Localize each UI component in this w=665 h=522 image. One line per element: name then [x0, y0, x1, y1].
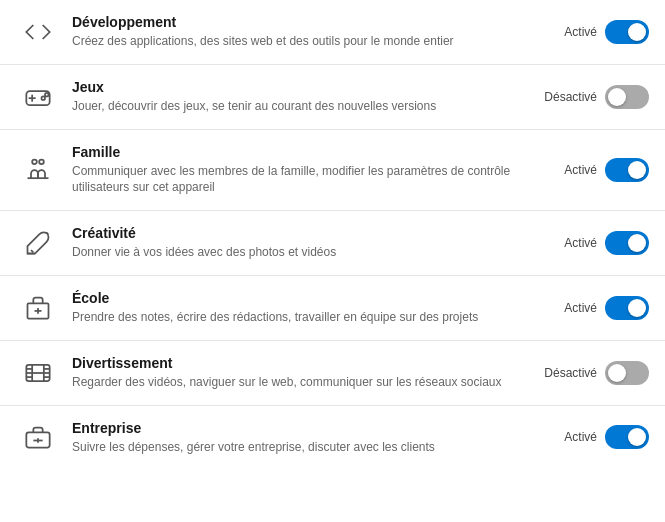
- svg-point-1: [42, 96, 46, 100]
- list-item-jeux: Jeux Jouer, découvrir des jeux, se tenir…: [0, 65, 665, 130]
- list-item-entreprise: Entreprise Suivre les dépenses, gérer vo…: [0, 406, 665, 470]
- family-icon: [16, 156, 60, 184]
- film-icon: [16, 359, 60, 387]
- svg-line-9: [31, 250, 33, 252]
- item-title-developpement: Développement: [72, 14, 537, 30]
- item-title-ecole: École: [72, 290, 537, 306]
- item-text-entreprise: Entreprise Suivre les dépenses, gérer vo…: [60, 420, 549, 456]
- item-desc-entreprise: Suivre les dépenses, gérer votre entrepr…: [72, 439, 537, 456]
- toggle-developpement[interactable]: [605, 20, 649, 44]
- toggle-area-creativite: Activé: [549, 231, 649, 255]
- item-title-creativite: Créativité: [72, 225, 537, 241]
- item-text-famille: Famille Communiquer avec les membres de …: [60, 144, 549, 197]
- toggle-divertissement[interactable]: [605, 361, 649, 385]
- svg-point-6: [39, 159, 44, 164]
- school-icon: [16, 294, 60, 322]
- code-icon: [16, 18, 60, 46]
- svg-point-5: [32, 159, 37, 164]
- toggle-area-jeux: Désactivé: [544, 85, 649, 109]
- item-text-jeux: Jeux Jouer, découvrir des jeux, se tenir…: [60, 79, 544, 115]
- toggle-label-famille: Activé: [564, 163, 597, 177]
- item-title-entreprise: Entreprise: [72, 420, 537, 436]
- item-title-divertissement: Divertissement: [72, 355, 532, 371]
- list-item-famille: Famille Communiquer avec les membres de …: [0, 130, 665, 212]
- toggle-label-divertissement: Désactivé: [544, 366, 597, 380]
- toggle-area-famille: Activé: [549, 158, 649, 182]
- item-title-jeux: Jeux: [72, 79, 532, 95]
- item-text-creativite: Créativité Donner vie à vos idées avec d…: [60, 225, 549, 261]
- item-desc-ecole: Prendre des notes, écrire des rédactions…: [72, 309, 537, 326]
- toggle-label-entreprise: Activé: [564, 430, 597, 444]
- toggle-famille[interactable]: [605, 158, 649, 182]
- gamepad-icon: [16, 83, 60, 111]
- toggle-ecole[interactable]: [605, 296, 649, 320]
- item-desc-developpement: Créez des applications, des sites web et…: [72, 33, 537, 50]
- category-list: Développement Créez des applications, de…: [0, 0, 665, 469]
- toggle-entreprise[interactable]: [605, 425, 649, 449]
- list-item-ecole: École Prendre des notes, écrire des réda…: [0, 276, 665, 341]
- item-desc-divertissement: Regarder des vidéos, naviguer sur le web…: [72, 374, 532, 391]
- toggle-label-creativite: Activé: [564, 236, 597, 250]
- toggle-label-ecole: Activé: [564, 301, 597, 315]
- list-item-creativite: Créativité Donner vie à vos idées avec d…: [0, 211, 665, 276]
- item-desc-jeux: Jouer, découvrir des jeux, se tenir au c…: [72, 98, 532, 115]
- item-text-developpement: Développement Créez des applications, de…: [60, 14, 549, 50]
- list-item-divertissement: Divertissement Regarder des vidéos, navi…: [0, 341, 665, 406]
- item-desc-creativite: Donner vie à vos idées avec des photos e…: [72, 244, 537, 261]
- item-title-famille: Famille: [72, 144, 537, 160]
- brush-icon: [16, 229, 60, 257]
- toggle-jeux[interactable]: [605, 85, 649, 109]
- svg-point-2: [45, 93, 49, 97]
- toggle-creativite[interactable]: [605, 231, 649, 255]
- toggle-area-ecole: Activé: [549, 296, 649, 320]
- toggle-area-entreprise: Activé: [549, 425, 649, 449]
- item-desc-famille: Communiquer avec les membres de la famil…: [72, 163, 537, 197]
- toggle-area-developpement: Activé: [549, 20, 649, 44]
- toggle-label-developpement: Activé: [564, 25, 597, 39]
- toggle-area-divertissement: Désactivé: [544, 361, 649, 385]
- item-text-ecole: École Prendre des notes, écrire des réda…: [60, 290, 549, 326]
- toggle-label-jeux: Désactivé: [544, 90, 597, 104]
- briefcase-icon: [16, 423, 60, 451]
- item-text-divertissement: Divertissement Regarder des vidéos, navi…: [60, 355, 544, 391]
- list-item-developpement: Développement Créez des applications, de…: [0, 0, 665, 65]
